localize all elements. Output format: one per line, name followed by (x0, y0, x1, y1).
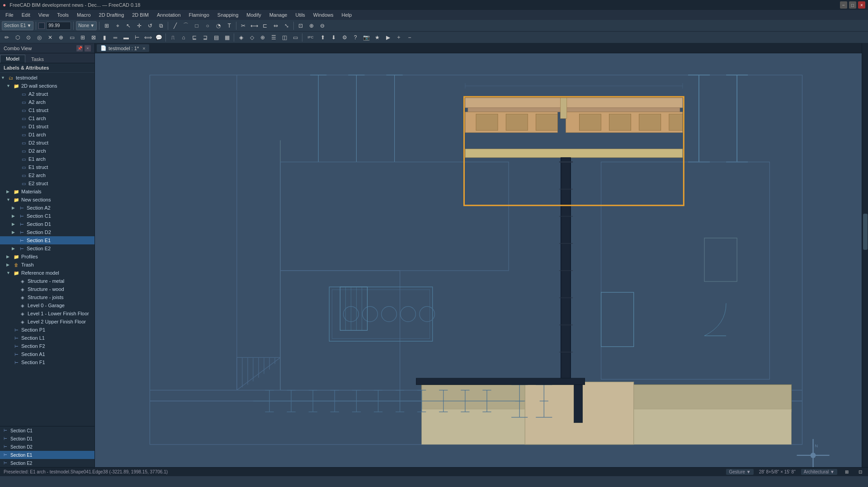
section-dropdown[interactable]: Section E1 ▼ (2, 21, 33, 30)
menu-help[interactable]: Help (338, 11, 355, 19)
close-button[interactable]: × (858, 1, 865, 9)
gesture-mode[interactable]: Gesture ▼ (726, 469, 753, 475)
bottom-section-d1[interactable]: ⊢ Section D1 (0, 435, 94, 443)
tab-tasks[interactable]: Tasks (25, 55, 50, 63)
circle-button[interactable]: ○ (203, 21, 212, 31)
beam-button[interactable]: ═ (110, 33, 120, 42)
snap-end-button[interactable]: ⊙ (24, 33, 33, 42)
menu-edit[interactable]: Edit (18, 11, 34, 19)
snap-center-button[interactable]: ⊕ (56, 33, 66, 42)
menu-snapping[interactable]: Snapping (214, 11, 242, 19)
bottom-section-c1[interactable]: ⊢ Section C1 (0, 426, 94, 435)
bottom-section-e2[interactable]: ⊢ Section E2 (0, 459, 94, 467)
tree-section-d2[interactable]: ▶ ⊢ Section D2 (0, 228, 94, 236)
polyline-button[interactable]: ⌒ (181, 21, 191, 31)
model-tab[interactable]: 📄 testmodel : 1* × (97, 44, 149, 52)
render-button[interactable]: ★ (372, 33, 382, 42)
snap-button[interactable]: ⌖ (113, 21, 123, 31)
snap-none-button[interactable]: None ▼ (76, 21, 97, 30)
tree-structure-wood[interactable]: ◈ Structure - wood (0, 285, 94, 293)
settings-button[interactable]: ⚙ (340, 33, 349, 42)
schedule-button[interactable]: ☰ (269, 33, 278, 42)
tree-root-testmodel[interactable]: ▼ 🗂 testmodel (0, 74, 94, 82)
pencil-button[interactable]: ✏ (2, 33, 12, 42)
page-button[interactable]: ▭ (290, 33, 300, 42)
tab-model[interactable]: Model (0, 55, 25, 63)
help-icon-button[interactable]: ? (350, 33, 360, 42)
tree-d2-struct[interactable]: ▭ D2 struct (0, 139, 94, 147)
plus-button[interactable]: ＋ (394, 33, 404, 42)
scale-button[interactable]: ⤡ (282, 21, 292, 31)
tree-materials[interactable]: ▶ 📁 Materials (0, 187, 94, 196)
layer-button[interactable]: ⊕ (258, 33, 268, 42)
ifc-button[interactable]: IFC (304, 33, 317, 42)
node-button[interactable]: ⬡ (13, 33, 23, 42)
annotation-button[interactable]: 💬 (154, 33, 164, 42)
column-button[interactable]: ▮ (99, 33, 109, 42)
grid-status-icon[interactable]: ⊞ (843, 468, 851, 476)
play-button[interactable]: ▶ (383, 33, 393, 42)
canvas-area[interactable]: 📄 testmodel : 1* × (95, 43, 868, 467)
tree-structure-metal[interactable]: ◈ Structure - metal (0, 277, 94, 285)
extend-button[interactable]: ⟷ (249, 21, 259, 31)
menu-manage[interactable]: Manage (266, 11, 291, 19)
tree-a2-arch[interactable]: ▭ A2 arch (0, 98, 94, 106)
camera-button[interactable]: 📷 (361, 33, 371, 42)
menu-annotation[interactable]: Annotation (153, 11, 184, 19)
tree-level-2-upper[interactable]: ◈ Level 2 Upper Finish Floor (0, 318, 94, 326)
tree-e1-struct[interactable]: ▭ E1 struct (0, 163, 94, 171)
import-button[interactable]: ⬇ (329, 33, 339, 42)
tree-trash[interactable]: ▶ 🗑 Trash (0, 261, 94, 269)
scrollbar-thumb[interactable] (863, 214, 868, 250)
tree-section-p1[interactable]: ⊢ Section P1 (0, 326, 94, 334)
arc-button[interactable]: ◔ (213, 21, 223, 31)
tree-section-f1[interactable]: ⊢ Section F1 (0, 358, 94, 366)
tree-section-e1[interactable]: ⊢ Section E1 (0, 236, 94, 244)
menu-file[interactable]: File (2, 11, 17, 19)
combo-close-button[interactable]: × (85, 45, 91, 52)
menu-2d-drafting[interactable]: 2D Drafting (95, 11, 128, 19)
text-button[interactable]: T (224, 21, 234, 31)
zoom-out-button[interactable]: ⊖ (317, 21, 327, 31)
tree-level-0-garage[interactable]: ◈ Level 0 - Garage (0, 301, 94, 309)
tree-new-sections[interactable]: ▼ 📁 New sections (0, 196, 94, 204)
tree-a2-struct[interactable]: ▭ A2 struct (0, 90, 94, 98)
tree-c1-struct[interactable]: ▭ C1 struct (0, 106, 94, 114)
tree-reference-model[interactable]: ▼ 📁 Reference model (0, 269, 94, 277)
menu-macro[interactable]: Macro (73, 11, 94, 19)
zoom-input[interactable] (46, 22, 71, 30)
mirror-button[interactable]: ⇔ (271, 21, 281, 31)
panel-button[interactable]: ▤ (211, 33, 221, 42)
tree-e2-struct[interactable]: ▭ E2 struct (0, 179, 94, 187)
bottom-section-d2[interactable]: ⊢ Section D2 (0, 443, 94, 451)
tree-d2-arch[interactable]: ▭ D2 arch (0, 147, 94, 155)
zoom-fit-button[interactable]: ⊡ (296, 21, 306, 31)
minus-button[interactable]: − (405, 33, 415, 42)
2d-view-button[interactable]: ◫ (279, 33, 289, 42)
menu-flamingo[interactable]: Flamingo (185, 11, 213, 19)
trim-button[interactable]: ✂ (238, 21, 248, 31)
roof-button[interactable]: ⌂ (179, 33, 189, 42)
layout-status-icon[interactable]: ⊡ (856, 468, 864, 476)
floor-button[interactable]: ▬ (121, 33, 131, 42)
maximize-button[interactable]: □ (849, 1, 856, 9)
bottom-section-e1[interactable]: ⊢ Section E1 (0, 451, 94, 459)
vertical-scrollbar[interactable] (862, 43, 868, 467)
railing-button[interactable]: ⊒ (200, 33, 210, 42)
tree-c1-arch[interactable]: ▭ C1 arch (0, 114, 94, 122)
offset-button[interactable]: ⊏ (260, 21, 270, 31)
tree-profiles[interactable]: ▶ 📁 Profiles (0, 253, 94, 261)
copy-button[interactable]: ⧉ (156, 21, 166, 31)
snap-mid-button[interactable]: ◎ (34, 33, 44, 42)
move-button[interactable]: ✛ (134, 21, 144, 31)
profile-button[interactable]: ◇ (247, 33, 257, 42)
line-button[interactable]: ╱ (170, 21, 180, 31)
tree-section-f2[interactable]: ⊢ Section F2 (0, 342, 94, 350)
menu-view[interactable]: View (35, 11, 53, 19)
tree-section-a1[interactable]: ⊢ Section A1 (0, 350, 94, 358)
mode-text[interactable]: Architectural ▼ (801, 469, 837, 475)
select-button[interactable]: ↖ (123, 21, 133, 31)
dimension-button[interactable]: ⟺ (143, 33, 153, 42)
tree-section-l1[interactable]: ⊢ Section L1 (0, 334, 94, 342)
tree-section-c1[interactable]: ▶ ⊢ Section C1 (0, 212, 94, 220)
